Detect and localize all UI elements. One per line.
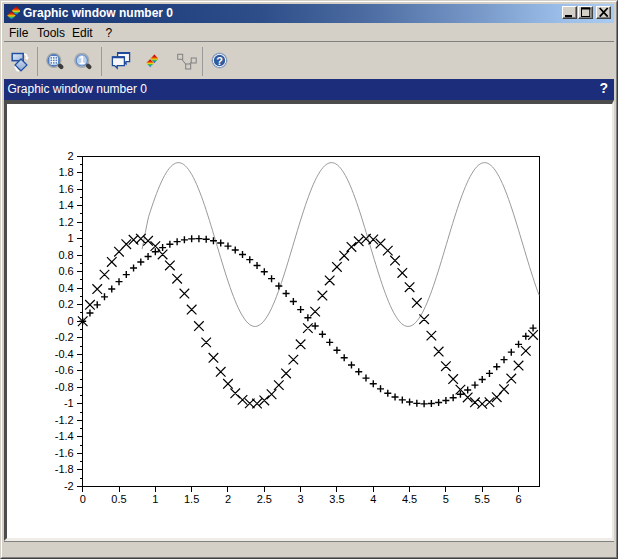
svg-text:1.8: 1.8: [58, 166, 73, 178]
svg-text:0.8: 0.8: [58, 249, 73, 261]
svg-text:-0.8: -0.8: [55, 381, 74, 393]
svg-text:6: 6: [515, 493, 521, 505]
svg-text:5.5: 5.5: [475, 493, 490, 505]
svg-text:-1.8: -1.8: [55, 463, 74, 475]
svg-text:-1.2: -1.2: [55, 414, 74, 426]
svg-text:-0.2: -0.2: [55, 331, 74, 343]
svg-text:4.5: 4.5: [402, 493, 417, 505]
svg-text:2: 2: [225, 493, 231, 505]
svg-text:-1.4: -1.4: [55, 430, 74, 442]
svg-text:3: 3: [298, 493, 304, 505]
svg-text:2.5: 2.5: [257, 493, 272, 505]
svg-text:2: 2: [68, 150, 74, 162]
svg-text:-1: -1: [64, 397, 74, 409]
svg-text:5: 5: [443, 493, 449, 505]
svg-text:0: 0: [80, 493, 86, 505]
svg-text:-0.6: -0.6: [55, 364, 74, 376]
svg-text:1.6: 1.6: [58, 183, 73, 195]
svg-text:-2: -2: [64, 480, 74, 492]
svg-text:1.5: 1.5: [184, 493, 199, 505]
svg-text:4: 4: [370, 493, 376, 505]
svg-text:-0.4: -0.4: [55, 348, 74, 360]
svg-text:1: 1: [79, 54, 85, 66]
svg-text:0.4: 0.4: [58, 282, 73, 294]
svg-text:1.2: 1.2: [58, 216, 73, 228]
svg-text:0: 0: [68, 315, 74, 327]
svg-text:1: 1: [152, 493, 158, 505]
svg-text:0.6: 0.6: [58, 265, 73, 277]
svg-text:0.2: 0.2: [58, 298, 73, 310]
svg-text:3.5: 3.5: [329, 493, 344, 505]
svg-text:1: 1: [68, 232, 74, 244]
svg-text:0.5: 0.5: [111, 493, 126, 505]
svg-text:-1.6: -1.6: [55, 447, 74, 459]
svg-text:?: ?: [217, 55, 224, 67]
svg-text:1.4: 1.4: [58, 199, 73, 211]
